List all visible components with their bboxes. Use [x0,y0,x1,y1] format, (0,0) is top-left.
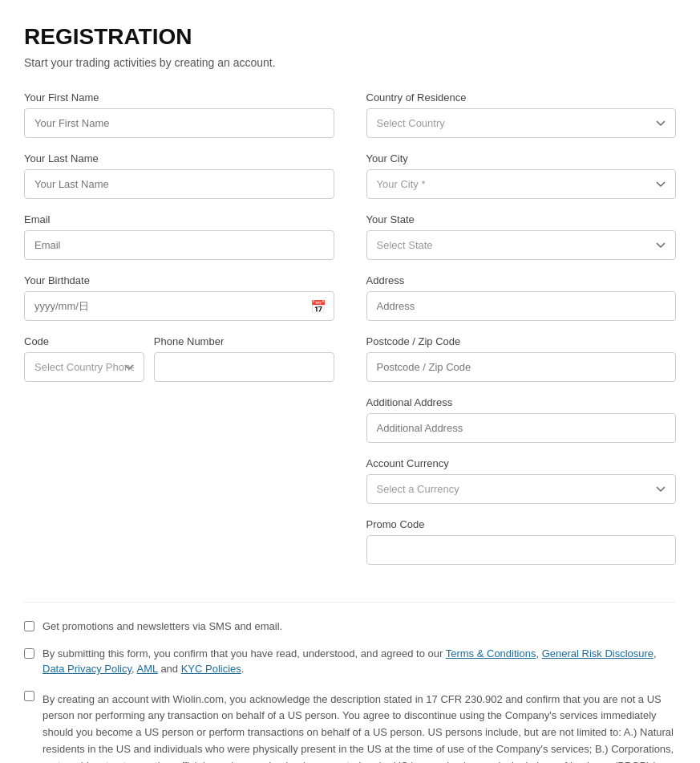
promotions-label: Get promotions and newsletters via SMS a… [42,619,282,635]
us-disclosure-text: By creating an account with Wiolin.com, … [42,692,676,764]
us-disclosure-checkbox[interactable] [24,691,34,701]
state-label: Your State [366,213,677,225]
last-name-label: Your Last Name [24,152,334,164]
code-label: Code [24,335,144,347]
state-select[interactable]: Select State [366,230,677,260]
phone-label: Phone Number [154,335,334,347]
first-name-label: Your First Name [24,91,334,103]
country-label: Country of Residence [366,91,677,103]
address-input[interactable] [366,291,677,321]
postcode-input[interactable] [366,352,677,382]
privacy-policy-link[interactable]: Data Privacy Policy [42,663,132,675]
email-input[interactable] [24,230,334,260]
birthdate-input[interactable] [24,291,334,321]
page-title: REGISTRATION [24,24,676,50]
aml-link[interactable]: AML [137,663,158,675]
first-name-input[interactable] [24,108,334,138]
kyc-link[interactable]: KYC Policies [181,663,241,675]
birthdate-label: Your Birthdate [24,274,334,286]
terms-checkbox[interactable] [24,648,34,659]
currency-label: Account Currency [366,457,677,469]
email-label: Email [24,213,334,225]
additional-address-input[interactable] [366,413,677,443]
page-subtitle: Start your trading activities by creatin… [24,56,676,69]
terms-label: By submitting this form, you confirm tha… [42,646,676,677]
phone-input[interactable] [154,352,334,382]
risk-disclosure-link[interactable]: General Risk Disclosure [542,647,653,660]
promo-code-input[interactable] [366,535,677,565]
postcode-label: Postcode / Zip Code [366,335,677,347]
terms-conditions-link[interactable]: Terms & Conditions [446,647,536,660]
country-select[interactable]: Select Country [366,108,677,138]
city-label: Your City [366,152,677,164]
city-select[interactable]: Your City * [366,169,677,199]
currency-select[interactable]: Select a Currency [366,474,677,504]
country-phone-select[interactable]: Select Country Phone [24,352,144,382]
additional-address-label: Additional Address [366,396,677,408]
address-label: Address [366,274,677,286]
last-name-input[interactable] [24,169,334,199]
promotions-checkbox[interactable] [24,621,34,631]
promo-code-label: Promo Code [366,518,677,530]
